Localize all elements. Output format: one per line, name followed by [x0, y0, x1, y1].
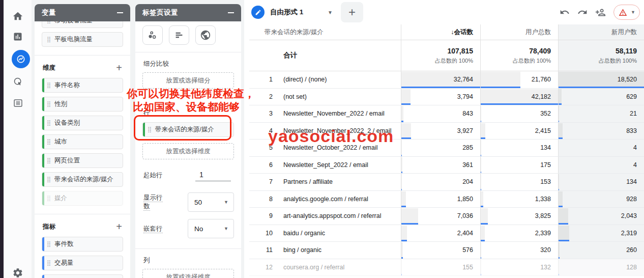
add-metric-icon[interactable]: +	[116, 221, 122, 232]
variables-panel-header: 变量	[35, 4, 130, 21]
share-add-user-icon[interactable]	[595, 7, 606, 18]
cell-magnitude-fill	[559, 191, 563, 207]
cell-magnitude-bar	[559, 206, 563, 207]
table-row[interactable]: 3Newsletter_November_2022 / email8433522…	[249, 105, 644, 123]
new-users-cell: 18,520	[558, 71, 644, 88]
dimension-chip[interactable]: ⣿设备类别	[42, 116, 123, 130]
columns-dropzone[interactable]: 放置或选择维度	[142, 269, 234, 278]
show-rows-select[interactable]: 50 ▼	[188, 192, 234, 212]
nested-rows-label: 嵌套行	[143, 225, 165, 233]
drag-handle-icon[interactable]: ⣿	[47, 138, 51, 145]
metric-chip[interactable]: ⣿交易量	[42, 256, 123, 270]
totals-users: 78,409 占总数的 100%	[480, 40, 558, 71]
segment-dropzone[interactable]: 放置或选择细分	[142, 72, 234, 89]
table-row[interactable]: 7Partners / affiliate204153134	[249, 174, 644, 191]
chip-label: 事件数	[54, 240, 74, 248]
nested-rows-select[interactable]: No ▼	[188, 219, 234, 238]
dimension-cell: 6Newsletter_Sept_2022 / email	[249, 157, 401, 174]
table-row[interactable]: 12coursera.org / referral155132128	[249, 259, 644, 276]
segment-chip[interactable]: ⣿平板电脑流量	[42, 32, 123, 47]
show-rows-label: 显示行数	[143, 193, 165, 211]
metric-value: 155	[462, 264, 473, 271]
home-icon[interactable]	[8, 6, 28, 26]
row-rank: 1	[265, 76, 273, 83]
chip-label: 性别	[54, 100, 67, 108]
users-cell: 3,825	[480, 208, 558, 225]
chevron-down-icon[interactable]: ▼	[328, 10, 333, 15]
table-row[interactable]: 8analytics.google.com / referral1,8501,3…	[249, 191, 644, 208]
drag-handle-icon[interactable]: ⣿	[47, 101, 51, 107]
sessions-column-header[interactable]: ↓ 会话数	[401, 24, 480, 40]
cell-magnitude-bar	[559, 223, 568, 225]
minimize-icon[interactable]	[228, 12, 234, 13]
undo-icon[interactable]	[560, 7, 570, 17]
metric-value: 3,825	[535, 212, 551, 219]
cell-magnitude-bar	[559, 257, 560, 259]
total-users-column-header[interactable]: 用户总数	[480, 24, 558, 40]
table-row[interactable]: 4Newsletter_November_2022_2 / email3,927…	[249, 123, 644, 140]
dimension-chip[interactable]: ⣿城市	[42, 134, 123, 149]
bar-chart-icon[interactable]	[169, 25, 189, 45]
redo-icon[interactable]	[577, 7, 588, 17]
metric-value: 134	[626, 178, 637, 185]
add-dimension-icon[interactable]: +	[116, 63, 122, 73]
chip-color-bar	[42, 78, 44, 92]
new-users-column-header[interactable]: 新用户数	[558, 24, 644, 40]
dimension-chip[interactable]: ⣿事件名称	[42, 78, 123, 93]
dimension-chip[interactable]: ⣿带来会话的来源/媒介	[42, 172, 123, 187]
geo-map-icon[interactable]	[195, 25, 216, 45]
table-row[interactable]: 1(direct) / (none)32,76421,76018,520	[249, 71, 644, 89]
tab-freeform-1[interactable]: 自由形式 1 ▼	[249, 2, 339, 22]
table-row[interactable]: 11bing / organic576320260	[249, 242, 644, 259]
drag-handle-icon[interactable]: ⣿	[47, 36, 51, 43]
source-medium-value: Newsletter_November_2022 / email	[283, 110, 385, 117]
chip-color-bar	[42, 97, 44, 111]
admin-gear-icon[interactable]	[8, 263, 28, 278]
dimension-chip[interactable]: ⣿媒介	[42, 191, 123, 206]
reports-icon[interactable]	[8, 26, 28, 47]
row-dropzone[interactable]: 放置或选择维度	[142, 143, 234, 159]
cell-magnitude-bar	[481, 257, 481, 259]
drag-handle-icon[interactable]: ⣿	[47, 241, 51, 247]
cell-magnitude-bar	[401, 257, 403, 259]
explore-icon[interactable]	[12, 50, 30, 68]
cell-magnitude-bar	[559, 274, 559, 275]
metrics-title: 指标	[43, 223, 55, 231]
table-row[interactable]: 5Newsletter_October_2022 / email2851344	[249, 140, 644, 157]
chevron-down-icon: ▼	[224, 226, 228, 231]
library-icon[interactable]	[8, 93, 28, 113]
metric-value: 21	[630, 110, 637, 117]
table-row[interactable]: 10baidu / organic2,4042,3392,319	[249, 225, 644, 242]
error-status-button[interactable]: ▼	[613, 5, 640, 20]
cell-magnitude-bar	[401, 121, 403, 122]
table-row[interactable]: 9art-analytics.appspot.com / referral7,0…	[249, 208, 644, 225]
drag-handle-icon[interactable]: ⣿	[47, 176, 51, 183]
metric-chip[interactable]: ⣿事件数	[42, 237, 123, 252]
cell-magnitude-fill	[401, 89, 411, 105]
metric-value: 204	[462, 178, 473, 185]
cell-magnitude-fill	[401, 191, 406, 207]
drag-handle-icon[interactable]: ⣿	[47, 21, 51, 24]
drag-handle-icon[interactable]: ⣿	[47, 82, 51, 89]
dimension-column-header[interactable]: 带来会话的来源/媒介	[249, 24, 401, 40]
advertising-icon[interactable]	[8, 71, 28, 92]
minimize-icon[interactable]	[117, 12, 123, 13]
drag-handle-icon[interactable]: ⣿	[148, 126, 152, 133]
source-medium-value: Partners / affiliate	[283, 178, 333, 185]
table-row[interactable]: 6Newsletter_Sept_2022 / email3611754	[249, 157, 644, 174]
metric-value: 843	[462, 110, 473, 117]
drag-handle-icon[interactable]: ⣿	[47, 260, 51, 266]
table-row[interactable]: 2(not set)3,79442,182629	[249, 89, 644, 106]
bubble-chart-icon[interactable]	[142, 25, 163, 45]
drag-handle-icon[interactable]: ⣿	[47, 157, 51, 164]
dimension-chip[interactable]: ⣿网页位置	[42, 153, 123, 168]
add-tab-button[interactable]: +	[341, 2, 363, 22]
drag-handle-icon[interactable]: ⣿	[47, 120, 51, 126]
dimension-chip[interactable]: ⣿性别	[42, 97, 123, 112]
row-dimension-chip[interactable]: ⣿ 带来会话的来源/媒介	[142, 122, 234, 137]
users-cell: 352	[480, 105, 558, 122]
segment-chip[interactable]: ⣿移动设备流量	[42, 21, 123, 28]
start-row-input[interactable]: 1	[195, 170, 231, 181]
drag-handle-icon[interactable]: ⣿	[47, 195, 51, 202]
metric-chip[interactable]: ⣿	[42, 274, 123, 278]
